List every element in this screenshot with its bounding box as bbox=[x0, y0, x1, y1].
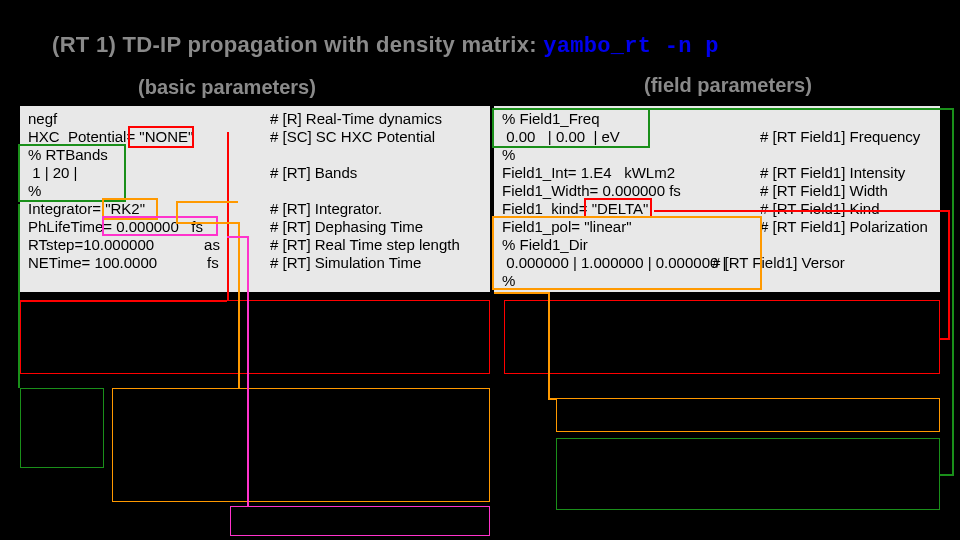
note-magenta bbox=[230, 506, 490, 536]
conn-red-delta-v bbox=[948, 210, 950, 338]
l8c: # [RT] Real Time step length bbox=[270, 236, 460, 254]
l4c: # [RT] Bands bbox=[270, 164, 357, 182]
r7c: # [RT Field1] Polarization bbox=[760, 218, 928, 236]
conn-red-none-h bbox=[20, 300, 227, 302]
conn-orange-fg-h1 bbox=[494, 292, 549, 294]
l2c: # [SC] SC HXC Potential bbox=[270, 128, 435, 146]
l6c: # [RT] Integrator. bbox=[270, 200, 382, 218]
note-green-small bbox=[20, 388, 104, 468]
l7a: PhLifeTime= bbox=[28, 218, 112, 235]
l7c: # [RT] Dephasing Time bbox=[270, 218, 423, 236]
conn-green-ff-h1 bbox=[650, 108, 952, 110]
l8a: RTstep=10.000000 as bbox=[28, 236, 220, 253]
l1c: # [R] Real-Time dynamics bbox=[270, 110, 442, 128]
conn-orange-fg-h2 bbox=[548, 398, 556, 400]
panel-field: % Field1_Freq 0.00 | 0.00 | eV % Field1_… bbox=[494, 106, 940, 292]
conn-red-none-v bbox=[227, 132, 229, 300]
r6c: # [RT Field1] Kind bbox=[760, 200, 880, 218]
l9c: # [RT] Simulation Time bbox=[270, 254, 421, 272]
hl-rtbands bbox=[18, 144, 126, 202]
l2a: HXC_Potential= bbox=[28, 128, 135, 145]
conn-red-delta-h1 bbox=[654, 210, 950, 212]
conn-orange-fg-v bbox=[548, 292, 550, 398]
slide-stage: (RT 1) TD-IP propagation with density ma… bbox=[0, 0, 960, 540]
conn-orange-rk2-h2 bbox=[176, 222, 239, 224]
slide-title: (RT 1) TD-IP propagation with density ma… bbox=[52, 32, 719, 59]
note-red-right bbox=[504, 300, 940, 374]
conn-orange-rk2-h1 bbox=[176, 201, 238, 203]
hl-field-group bbox=[492, 216, 762, 290]
r6a: Field1_kind= bbox=[502, 200, 587, 217]
r4: Field1_Int= 1.E4 kWLm2 bbox=[502, 164, 675, 181]
l1a: negf bbox=[28, 110, 57, 127]
sub-basic: (basic parameters) bbox=[138, 76, 316, 99]
title-prefix: (RT 1) TD-IP propagation with density ma… bbox=[52, 32, 543, 57]
l6a: Integrator= bbox=[28, 200, 101, 217]
conn-magenta-v bbox=[247, 236, 249, 506]
note-orange-big bbox=[112, 388, 490, 502]
r3: % bbox=[502, 146, 515, 163]
note-orange-small bbox=[556, 398, 940, 432]
l9a: NETime= 100.0000 fs bbox=[28, 254, 219, 271]
sub-field: (field parameters) bbox=[644, 74, 812, 97]
hl-phlife bbox=[102, 216, 218, 236]
hl-none bbox=[128, 126, 194, 148]
hl-delta bbox=[584, 198, 652, 218]
r5: Field1_Width= 0.000000 fs bbox=[502, 182, 681, 199]
panel-basic: negf HXC_Potential= "NONE" % RTBands 1 |… bbox=[20, 106, 490, 292]
r2c: # [RT Field1] Frequency bbox=[760, 128, 920, 146]
conn-orange-rk2-drop bbox=[176, 201, 178, 222]
note-red-left bbox=[20, 300, 490, 374]
command-text: yambo_rt -n p bbox=[543, 34, 719, 59]
conn-green-rtbands bbox=[18, 204, 20, 388]
hl-field-freq bbox=[492, 108, 650, 148]
conn-red-delta-h2 bbox=[940, 338, 950, 340]
conn-green-ff-h2 bbox=[940, 474, 954, 476]
conn-green-ff-v bbox=[952, 108, 954, 474]
r4c: # [RT Field1] Intensity bbox=[760, 164, 905, 182]
conn-magenta-h bbox=[227, 236, 247, 238]
conn-orange-rk2-v bbox=[238, 222, 240, 388]
r5c: # [RT Field1] Width bbox=[760, 182, 888, 200]
note-green-big bbox=[556, 438, 940, 510]
